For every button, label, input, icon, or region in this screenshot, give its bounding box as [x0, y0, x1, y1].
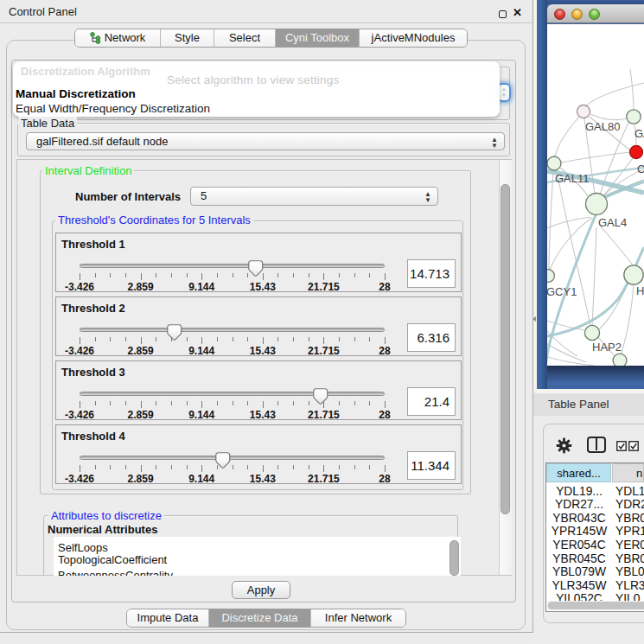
- svg-text:H: H: [636, 284, 644, 297]
- svg-text:GCY1: GCY1: [547, 285, 577, 298]
- svg-text:GA: GA: [634, 127, 644, 140]
- svg-text:GAL80: GAL80: [585, 120, 620, 133]
- svg-text:HAP2: HAP2: [592, 341, 622, 354]
- svg-text:GAL4: GAL4: [598, 216, 627, 229]
- svg-text:GAL11: GAL11: [555, 172, 590, 185]
- svg-text:C: C: [637, 163, 644, 175]
